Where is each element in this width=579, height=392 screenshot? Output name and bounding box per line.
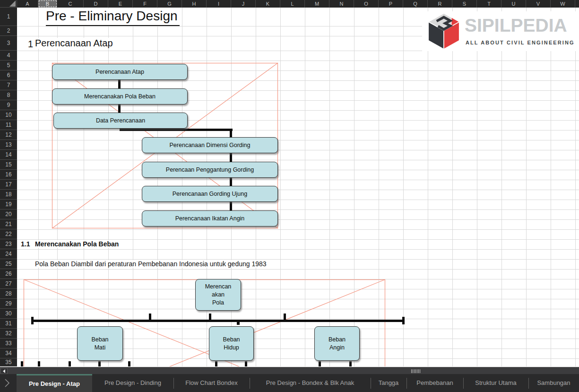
- sheet-tab-pre-design-bondex-blk-anak[interactable]: Pre Design - Bondex & Blk Anak: [250, 374, 371, 392]
- row-header-22[interactable]: 22: [0, 229, 17, 239]
- flowchart-box-merencanakan-pola-beban[interactable]: Merencanakan Pola Beban: [52, 88, 188, 105]
- column-header-o[interactable]: O: [354, 0, 379, 8]
- flowchart-box-beban-mati[interactable]: Beban Mati: [77, 326, 123, 361]
- row-header-12[interactable]: 12: [0, 130, 17, 140]
- row-header-17[interactable]: 17: [0, 180, 17, 190]
- distribution-line: [32, 320, 404, 322]
- column-header-t[interactable]: T: [477, 0, 501, 8]
- row-header-28[interactable]: 28: [0, 289, 17, 299]
- sheet-nav-chevron-icon[interactable]: [4, 378, 10, 388]
- sheet-grid-area[interactable]: [17, 8, 579, 366]
- flowchart-box-merencanakan-pola[interactable]: Merencan akan Pola: [195, 279, 241, 311]
- row-header-19[interactable]: 19: [0, 200, 17, 209]
- connector-line: [118, 105, 121, 113]
- column-header-e[interactable]: E: [108, 0, 133, 8]
- row-header-14[interactable]: 14: [0, 150, 17, 160]
- sheet-tab-pre-design-dinding[interactable]: Pre Design - Dinding: [92, 374, 173, 392]
- column-header-c[interactable]: C: [57, 0, 84, 8]
- connector-stub: [349, 361, 352, 366]
- horizontal-scrollbar[interactable]: [0, 367, 579, 374]
- column-header-i[interactable]: I: [207, 0, 231, 8]
- sheet-tab-pembebanan[interactable]: Pembebanan: [406, 374, 463, 392]
- row-header-7[interactable]: 7: [0, 80, 17, 90]
- column-header-v[interactable]: V: [526, 0, 551, 8]
- gridline-vertical: [452, 8, 453, 366]
- sheet-tab-struktur-utama[interactable]: Struktur Utama: [463, 374, 528, 392]
- row-header-9[interactable]: 9: [0, 100, 17, 110]
- sheet-tab-flow-chart-bondex[interactable]: Flow Chart Bondex: [173, 374, 250, 392]
- gridline-vertical: [38, 8, 39, 366]
- column-header-u[interactable]: U: [501, 0, 526, 8]
- scrollbar-grip[interactable]: [411, 369, 420, 373]
- column-header-k[interactable]: K: [256, 0, 280, 8]
- flowchart-box-gording-ujung[interactable]: Perencanaan Gording Ujung: [142, 186, 278, 202]
- column-header-g[interactable]: G: [157, 0, 182, 8]
- left-arrow-icon: [3, 369, 5, 373]
- column-header-h[interactable]: H: [182, 0, 207, 8]
- column-header-l[interactable]: L: [280, 0, 305, 8]
- column-header-b[interactable]: B: [38, 0, 57, 8]
- row-header-2[interactable]: 2: [0, 26, 17, 36]
- row-header-13[interactable]: 13: [0, 140, 17, 150]
- column-header-n[interactable]: N: [329, 0, 354, 8]
- row-header-18[interactable]: 18: [0, 190, 17, 200]
- row-header-6[interactable]: 6: [0, 70, 17, 80]
- column-header-q[interactable]: Q: [403, 0, 428, 8]
- row-header-29[interactable]: 29: [0, 299, 17, 309]
- gridline-vertical: [305, 8, 305, 366]
- column-header-w[interactable]: W: [551, 0, 575, 8]
- row-header-25[interactable]: 25: [0, 259, 17, 269]
- flowchart-box-penggantung-gording[interactable]: Perencaan Penggantung Gording: [142, 162, 278, 178]
- flowchart-box-beban-hidup[interactable]: Beban Hidup: [209, 326, 254, 361]
- gridline-horizontal: [17, 180, 579, 180]
- connector-stub: [284, 314, 286, 320]
- row-header-20[interactable]: 20: [0, 209, 17, 219]
- row-header-23[interactable]: 23: [0, 239, 17, 249]
- sheet-tab-pre-design-atap[interactable]: Pre Design - Atap: [17, 374, 92, 392]
- flowchart-box-dimensi-gording[interactable]: Perencanaan Dimensi Gording: [142, 137, 278, 153]
- flowchart-box-ikatan-angin[interactable]: Perencanaan Ikatan Angin: [142, 210, 278, 226]
- row-header-5[interactable]: 5: [0, 61, 17, 70]
- row-header-10[interactable]: 10: [0, 110, 17, 120]
- column-header-p[interactable]: P: [379, 0, 403, 8]
- row-header-8[interactable]: 8: [0, 90, 17, 100]
- column-header-m[interactable]: M: [305, 0, 329, 8]
- flowchart-box-perencanaan-atap[interactable]: Perencanaan Atap: [52, 64, 188, 80]
- column-header-f[interactable]: F: [133, 0, 157, 8]
- column-header-a[interactable]: A: [17, 0, 38, 8]
- connector-stub: [38, 361, 40, 366]
- row-header-21[interactable]: 21: [0, 219, 17, 229]
- row-header-30[interactable]: 30: [0, 309, 17, 319]
- gridline-vertical: [477, 8, 477, 366]
- connector-stub: [149, 314, 151, 320]
- scroll-left-button[interactable]: [0, 368, 8, 374]
- sheet-tab-sambungan[interactable]: Sambungan: [528, 374, 579, 392]
- row-header-34[interactable]: 34: [0, 348, 17, 358]
- sheet-tab-tangga[interactable]: Tangga: [371, 374, 406, 392]
- flowchart-box-beban-angin[interactable]: Beban Angin: [314, 326, 360, 361]
- column-header-d[interactable]: D: [84, 0, 108, 8]
- row-header-35[interactable]: 35: [0, 358, 17, 366]
- row-header-16[interactable]: 16: [0, 170, 17, 180]
- row-header-1[interactable]: 1: [0, 8, 17, 26]
- row-header-31[interactable]: 31: [0, 319, 17, 329]
- row-header-24[interactable]: 24: [0, 249, 17, 259]
- row-header-11[interactable]: 11: [0, 120, 17, 130]
- gridline-vertical: [501, 8, 502, 366]
- body-paragraph: Pola Beban Diambil dari peraturan Pembeb…: [35, 260, 267, 268]
- flowchart-box-data-perencanaan[interactable]: Data Perencanaan: [53, 113, 188, 129]
- gridline-vertical: [108, 8, 109, 366]
- row-header-33[interactable]: 33: [0, 339, 17, 348]
- row-header-4[interactable]: 4: [0, 51, 17, 61]
- select-all-corner[interactable]: [0, 0, 17, 8]
- column-header-j[interactable]: J: [231, 0, 256, 8]
- column-header-s[interactable]: S: [452, 0, 477, 8]
- logo-tagline: ALL ABOUT CIVIL ENGINEERING: [466, 40, 575, 45]
- gridline-horizontal: [17, 279, 579, 279]
- row-header-27[interactable]: 27: [0, 279, 17, 289]
- row-header-32[interactable]: 32: [0, 329, 17, 339]
- column-header-r[interactable]: R: [428, 0, 452, 8]
- row-header-26[interactable]: 26: [0, 269, 17, 279]
- row-header-3[interactable]: 3: [0, 36, 17, 51]
- row-header-15[interactable]: 15: [0, 160, 17, 170]
